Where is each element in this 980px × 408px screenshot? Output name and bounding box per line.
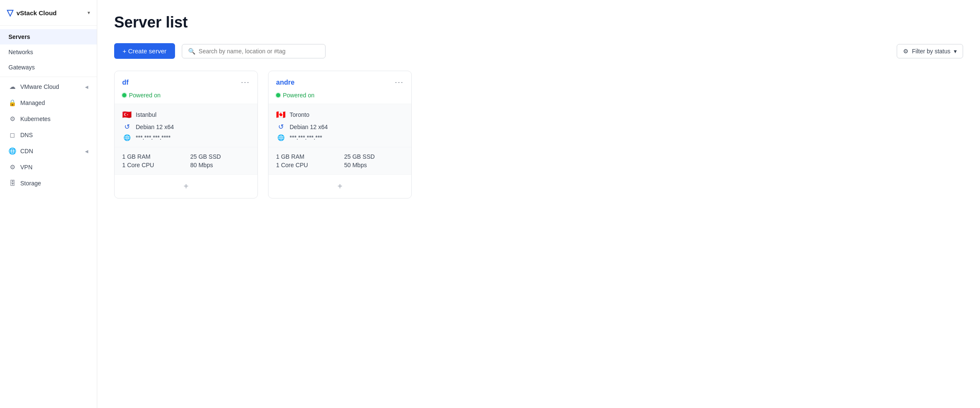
- card-info: 🇹🇷 Istanbul ↺ Debian 12 x64 🌐 ***.***.**…: [115, 104, 257, 147]
- chevron-down-icon: ▾: [954, 48, 957, 55]
- sidebar-item-label: VMware Cloud: [20, 83, 59, 90]
- globe-icon: 🌐: [122, 134, 131, 141]
- sidebar-item-label: DNS: [20, 132, 33, 138]
- cpu-spec: 1 Core CPU: [276, 162, 336, 168]
- server-card-andre: andre ··· Powered on 🇨🇦 Toronto ↺ Debian…: [268, 71, 412, 198]
- server-cards-grid: df ··· Powered on 🇹🇷 Istanbul ↺ Debian 1…: [114, 71, 963, 198]
- sidebar-item-vpn[interactable]: ⚙ VPN: [0, 159, 97, 175]
- globe-icon: 🌐: [8, 147, 16, 155]
- server-card-df: df ··· Powered on 🇹🇷 Istanbul ↺ Debian 1…: [114, 71, 258, 198]
- filter-label: Filter by status: [912, 48, 950, 55]
- brand-name: vStack Cloud: [16, 9, 84, 17]
- bandwidth-spec: 80 Mbps: [190, 162, 250, 168]
- location-label: Toronto: [290, 111, 309, 118]
- location-label: Istanbul: [136, 111, 156, 118]
- box-icon: ◻: [8, 131, 16, 139]
- status-text: Powered on: [283, 92, 315, 99]
- db-icon: 🗄: [8, 179, 16, 187]
- card-footer: +: [268, 174, 411, 198]
- bandwidth-spec: 50 Mbps: [344, 162, 404, 168]
- location-row: 🇨🇦 Toronto: [276, 110, 404, 119]
- card-footer: +: [115, 174, 257, 198]
- sidebar-item-label: Servers: [8, 33, 30, 40]
- ram-spec: 1 GB RAM: [122, 153, 182, 160]
- sidebar-item-dns[interactable]: ◻ DNS: [0, 127, 97, 143]
- server-name[interactable]: andre: [276, 79, 295, 86]
- os-label: Debian 12 x64: [290, 124, 328, 130]
- chevron-down-icon: ▾: [88, 10, 90, 16]
- card-header: df ···: [115, 71, 257, 92]
- sidebar-item-label: Networks: [8, 49, 33, 55]
- add-button[interactable]: +: [178, 180, 194, 193]
- sidebar-item-kubernetes[interactable]: ⚙ Kubernetes: [0, 111, 97, 127]
- os-row: ↺ Debian 12 x64: [276, 123, 404, 131]
- sidebar-item-label: VPN: [20, 164, 33, 171]
- sidebar-item-label: CDN: [20, 148, 33, 154]
- sidebar-item-networks[interactable]: Networks: [0, 44, 97, 60]
- create-server-button[interactable]: + Create server: [114, 43, 175, 59]
- ssd-spec: 25 GB SSD: [190, 153, 250, 160]
- sidebar-item-managed[interactable]: 🔒 Managed: [0, 95, 97, 111]
- gear-icon: ⚙: [8, 115, 16, 123]
- globe-icon: 🌐: [276, 134, 285, 141]
- os-icon: ↺: [276, 123, 285, 131]
- card-menu-button[interactable]: ···: [395, 78, 404, 87]
- cloud-icon: ☁: [8, 83, 16, 91]
- card-menu-button[interactable]: ···: [241, 78, 250, 87]
- card-status: Powered on: [115, 92, 257, 104]
- card-specs: 1 GB RAM 25 GB SSD 1 Core CPU 50 Mbps: [268, 147, 411, 174]
- filter-icon: ⚙: [903, 48, 909, 55]
- ip-row: 🌐 ***.***.***.****: [122, 134, 250, 141]
- brand-logo: ▽: [7, 8, 13, 18]
- sidebar-item-storage[interactable]: 🗄 Storage: [0, 175, 97, 191]
- sidebar-item-gateways[interactable]: Gateways: [0, 60, 97, 75]
- main-content: Server list + Create server 🔍 ⚙ Filter b…: [97, 0, 980, 408]
- search-box: 🔍: [182, 44, 326, 58]
- ssd-spec: 25 GB SSD: [344, 153, 404, 160]
- sidebar-item-label: Managed: [20, 99, 45, 106]
- sidebar-item-label: Storage: [20, 180, 41, 187]
- card-status: Powered on: [268, 92, 411, 104]
- page-title: Server list: [114, 14, 963, 31]
- status-dot: [122, 93, 126, 97]
- chevron-icon: ◀: [85, 85, 88, 89]
- cpu-spec: 1 Core CPU: [122, 162, 182, 168]
- brand-header[interactable]: ▽ vStack Cloud ▾: [0, 0, 97, 26]
- add-button[interactable]: +: [332, 180, 348, 193]
- location-row: 🇹🇷 Istanbul: [122, 110, 250, 119]
- lock-icon: 🔒: [8, 99, 16, 107]
- ip-label: ***.***.***.***: [290, 134, 322, 141]
- search-icon: 🔍: [188, 48, 195, 55]
- card-info: 🇨🇦 Toronto ↺ Debian 12 x64 🌐 ***.***.***…: [268, 104, 411, 147]
- gear-icon: ⚙: [8, 163, 16, 171]
- sidebar-nav: Servers Networks Gateways ☁ VMware Cloud…: [0, 26, 97, 194]
- ip-label: ***.***.***.****: [136, 134, 171, 141]
- filter-button[interactable]: ⚙ Filter by status ▾: [897, 44, 963, 58]
- flag-icon: 🇨🇦: [276, 110, 285, 119]
- sidebar-item-label: Kubernetes: [20, 116, 51, 122]
- sidebar-item-cdn[interactable]: 🌐 CDN ◀: [0, 143, 97, 159]
- os-label: Debian 12 x64: [136, 124, 174, 130]
- status-dot: [276, 93, 280, 97]
- flag-icon: 🇹🇷: [122, 110, 131, 119]
- card-header: andre ···: [268, 71, 411, 92]
- status-text: Powered on: [129, 92, 161, 99]
- toolbar: + Create server 🔍 ⚙ Filter by status ▾: [114, 43, 963, 59]
- ip-row: 🌐 ***.***.***.***: [276, 134, 404, 141]
- search-input[interactable]: [199, 48, 319, 55]
- sidebar-item-label: Gateways: [8, 64, 35, 71]
- sidebar: ▽ vStack Cloud ▾ Servers Networks Gatewa…: [0, 0, 97, 408]
- card-specs: 1 GB RAM 25 GB SSD 1 Core CPU 80 Mbps: [115, 147, 257, 174]
- nav-divider: [0, 77, 97, 77]
- sidebar-item-servers[interactable]: Servers: [0, 29, 97, 44]
- chevron-icon: ◀: [85, 149, 88, 154]
- ram-spec: 1 GB RAM: [276, 153, 336, 160]
- os-row: ↺ Debian 12 x64: [122, 123, 250, 131]
- os-icon: ↺: [122, 123, 131, 131]
- sidebar-item-vmware[interactable]: ☁ VMware Cloud ◀: [0, 79, 97, 95]
- server-name[interactable]: df: [122, 79, 129, 86]
